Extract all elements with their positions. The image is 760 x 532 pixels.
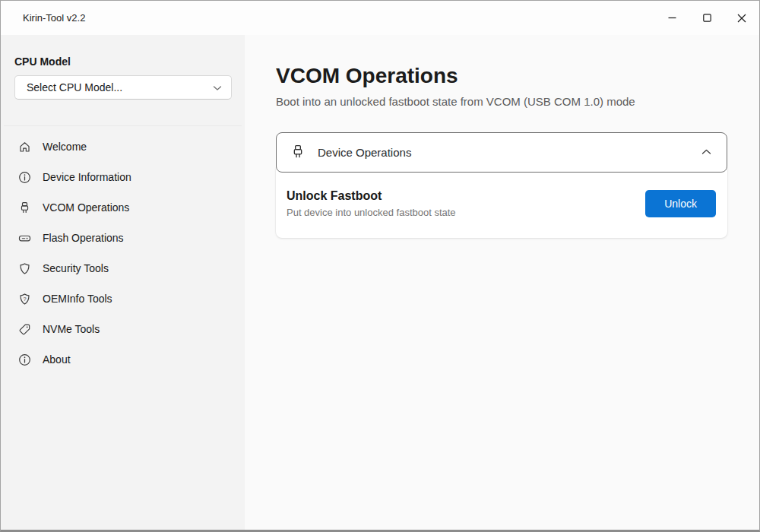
tag-icon <box>18 323 31 336</box>
sidebar-item-label: Device Information <box>43 171 131 183</box>
sidebar-item-label: About <box>43 353 71 366</box>
panel-header-label: Device Operations <box>318 146 411 159</box>
sidebar-item-label: Welcome <box>43 141 87 153</box>
sidebar-item-about[interactable]: About <box>1 344 245 375</box>
window-title: Kirin-Tool v2.2 <box>1 12 85 24</box>
unlock-button[interactable]: Unlock <box>645 190 716 217</box>
usb-plug-icon <box>18 201 31 214</box>
device-operations-panel-body: Unlock Fastboot Put device into unlocked… <box>276 168 727 238</box>
sidebar-item-nvme-tools[interactable]: NVMe Tools <box>1 314 245 344</box>
main-content: VCOM Operations Boot into an unlocked fa… <box>245 35 759 530</box>
sidebar-item-label: VCOM Operations <box>43 201 129 214</box>
cpu-model-select-value: Select CPU Model... <box>27 81 122 93</box>
maximize-icon <box>703 14 711 22</box>
sidebar-item-device-information[interactable]: Device Information <box>1 162 245 192</box>
maximize-button[interactable] <box>689 1 724 35</box>
chevron-down-icon <box>213 81 222 93</box>
sidebar-item-flash-operations[interactable]: Flash Operations <box>1 223 245 253</box>
page-subtitle: Boot into an unlocked fastboot state fro… <box>276 95 727 108</box>
sim-card-icon <box>18 232 31 245</box>
home-icon <box>18 141 31 154</box>
device-operations-panel: Device Operations Unlock Fastboot Put de… <box>276 132 727 238</box>
shield-icon <box>18 262 31 275</box>
minimize-button[interactable] <box>654 1 689 35</box>
chevron-up-icon <box>701 149 711 155</box>
usb-plug-icon <box>291 144 305 160</box>
close-button[interactable] <box>724 1 759 35</box>
sidebar-item-oeminfo-tools[interactable]: ? OEMInfo Tools <box>1 283 245 314</box>
sidebar-item-label: NVMe Tools <box>43 323 100 335</box>
window-controls <box>654 1 759 35</box>
sidebar-nav: Welcome Device Information VCOM Operatio… <box>1 126 245 375</box>
sidebar: CPU Model Select CPU Model... Welcome <box>1 35 245 530</box>
unlock-fastboot-row: Unlock Fastboot Put device into unlocked… <box>287 189 716 218</box>
close-icon <box>737 14 746 23</box>
sidebar-item-label: Security Tools <box>43 262 109 274</box>
operation-description: Put device into unlocked fastboot state <box>287 207 456 218</box>
info-circle-icon <box>18 353 31 366</box>
cpu-model-select[interactable]: Select CPU Model... <box>14 75 232 100</box>
app-window: Kirin-Tool v2.2 CPU Model <box>0 0 760 532</box>
info-circle-icon <box>18 171 31 184</box>
titlebar: Kirin-Tool v2.2 <box>1 1 759 35</box>
minimize-icon <box>668 14 676 22</box>
operation-title: Unlock Fastboot <box>287 189 456 203</box>
device-operations-panel-header[interactable]: Device Operations <box>276 132 727 173</box>
sidebar-item-security-tools[interactable]: Security Tools <box>1 253 245 283</box>
sidebar-item-welcome[interactable]: Welcome <box>1 131 245 162</box>
cpu-model-label: CPU Model <box>14 55 231 68</box>
svg-text:?: ? <box>23 295 26 302</box>
page-title: VCOM Operations <box>276 65 727 88</box>
shield-question-icon: ? <box>18 293 31 306</box>
sidebar-item-label: OEMInfo Tools <box>43 293 112 305</box>
sidebar-item-label: Flash Operations <box>43 232 124 244</box>
sidebar-item-vcom-operations[interactable]: VCOM Operations <box>1 192 245 223</box>
